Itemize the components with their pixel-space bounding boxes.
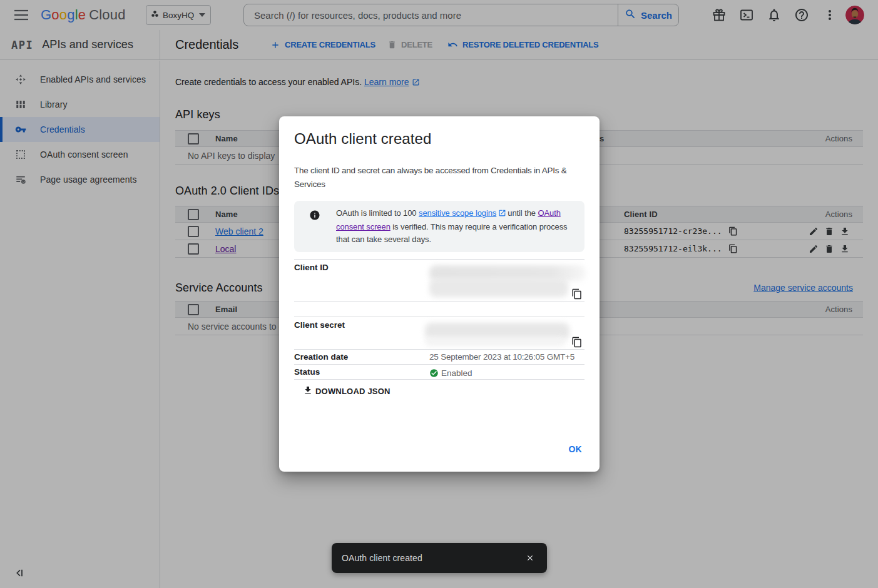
dialog-subtitle: The client ID and secret can always be a… xyxy=(294,164,586,191)
download-json-button[interactable]: DOWNLOAD JSON xyxy=(298,380,396,402)
spacer-row xyxy=(294,301,584,317)
copy-client-secret-icon[interactable] xyxy=(571,337,583,348)
copy-client-id-icon[interactable] xyxy=(571,288,583,300)
dialog-detail-rows: Client ID Client secret Creation date 25… xyxy=(294,259,584,380)
client-secret-redacted-value xyxy=(425,337,566,346)
ok-button[interactable]: OK xyxy=(558,439,592,459)
notice-text: OAuth is limited to 100 xyxy=(336,208,419,218)
external-link-icon xyxy=(498,208,506,221)
creation-date-value: 25 September 2023 at 10:26:05 GMT+5 xyxy=(429,352,574,362)
sensitive-scope-logins-link[interactable]: sensitive scope logins xyxy=(419,208,496,218)
dialog-title: OAuth client created xyxy=(294,130,431,148)
info-icon xyxy=(309,210,320,221)
client-id-row: Client ID xyxy=(294,259,584,301)
check-circle-icon xyxy=(429,368,439,378)
client-id-label: Client ID xyxy=(294,263,329,272)
status-label: Status xyxy=(294,367,320,377)
download-json-label: DOWNLOAD JSON xyxy=(315,387,391,396)
download-icon xyxy=(303,385,313,397)
toast-oauth-client-created: OAuth client created xyxy=(332,543,547,573)
notice-text: until the xyxy=(508,208,538,218)
status-value: Enabled xyxy=(429,368,472,378)
creation-date-label: Creation date xyxy=(294,352,348,362)
close-icon[interactable] xyxy=(522,550,538,566)
status-text: Enabled xyxy=(441,368,472,378)
client-secret-label: Client secret xyxy=(294,320,345,330)
client-id-redacted-value xyxy=(429,278,568,297)
status-row: Status Enabled xyxy=(294,364,584,380)
toast-message: OAuth client created xyxy=(342,553,422,563)
oauth-client-created-dialog: OAuth client created The client ID and s… xyxy=(279,116,600,472)
oauth-limit-notice: OAuth is limited to 100 sensitive scope … xyxy=(294,201,584,252)
creation-date-row: Creation date 25 September 2023 at 10:26… xyxy=(294,349,584,364)
client-secret-row: Client secret xyxy=(294,317,584,349)
